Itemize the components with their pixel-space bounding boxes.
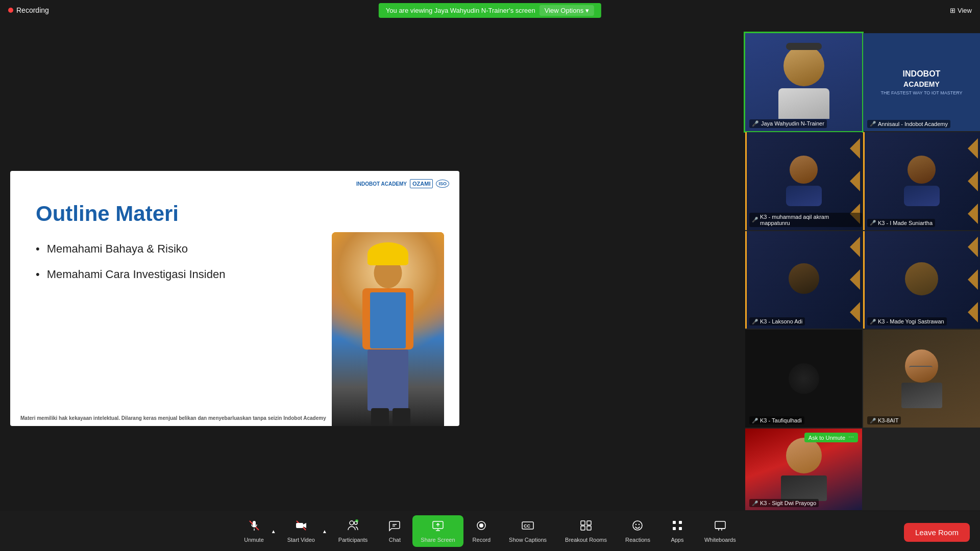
participant-label-sigit: 🎤 K3 - Sigit Dwi Prayogo [749,499,819,507]
participant-grid: 🎤 Jaya Wahyudin N-Trainer INDOBOT ACADEM… [745,33,980,510]
svg-rect-26 [673,527,676,530]
chat-button[interactable]: Chat [377,515,412,547]
record-label: Record [473,537,491,543]
svg-rect-20 [587,526,591,530]
chat-label: Chat [389,537,401,543]
participant-tile-made: 🎤 K3 - I Made Suniartha [863,132,980,230]
breakout-rooms-button[interactable]: Breakout Rooms [556,515,616,547]
participant-label-made-s: 🎤 K3 - I Made Suniartha [867,219,935,227]
participant-name-annisaul: Annisaul - Indobot Academy [878,121,948,127]
participant-tile-8ait: 🎤 K3-8AIT [863,330,980,428]
share-screen-button[interactable]: Share Screen [412,515,463,547]
participant-tile-laksono: 🎤 K3 - Laksono Adi [745,231,862,329]
reactions-button[interactable]: Reactions [616,515,659,547]
slide-bullet-1: Memahami Bahaya & Risiko [36,242,225,256]
participant-name-taufiq: K3 - Taufiqulhadi [760,417,802,423]
svg-text:+: + [356,520,358,523]
participant-label-laksono: 🎤 K3 - Laksono Adi [749,317,805,325]
svg-point-4 [350,521,354,525]
participant-name-8ait: K3-8AIT [878,417,898,423]
reactions-label: Reactions [625,537,650,543]
record-button[interactable]: Record [463,515,500,547]
main-content-area: INDOBOT ACADEMY OZAMI ISO Outline Materi… [0,0,470,510]
tile-chevrons-laksono [821,231,862,329]
ozami-logo: OZAMI [410,179,433,188]
participant-name-yogi: K3 - Made Yogi Sastrawan [878,318,944,324]
start-video-label: Start Video [287,537,315,543]
unmute-label: Unmute [244,537,264,543]
participant-tile-taufiq: 🎤 K3 - Taufiqulhadi [745,330,862,428]
svg-rect-3 [296,523,303,528]
view-text: View [958,7,972,14]
svg-point-23 [639,524,640,525]
show-captions-icon: CC [521,519,534,535]
unmute-chevron[interactable]: ▲ [269,524,278,538]
svg-point-14 [479,523,483,528]
show-captions-button[interactable]: CC Show Captions [500,515,556,547]
participant-name-made-s: K3 - I Made Suniartha [878,220,933,226]
recording-label: Recording [16,6,49,14]
participant-tile-aqil: 🎤 K3 - muhammad aqil akram mappatunru [745,132,862,230]
participant-label-aqil: 🎤 K3 - muhammad aqil akram mappatunru [749,213,862,227]
presentation-slide: INDOBOT ACADEMY OZAMI ISO Outline Materi… [10,171,459,426]
ask-to-unmute-badge[interactable]: Ask to Unmute ⋯ [804,433,858,442]
start-video-button[interactable]: Start Video [278,515,324,547]
more-options-icon[interactable]: ⋯ [848,434,854,441]
recording-badge: Recording [8,6,49,14]
leave-room-label: Leave Room [915,528,959,537]
participant-tile-sigit: Ask to Unmute ⋯ 🎤 K3 - Sigit Dwi Prayogo [745,429,862,510]
apps-button[interactable]: Apps [659,515,695,547]
worker-figure [332,232,444,426]
slide-footer: Materi memiliki hak kekayaan intelektual… [20,415,326,421]
participant-name-laksono: K3 - Laksono Adi [760,318,802,324]
svg-rect-25 [679,521,682,524]
participant-tile-yogi: 🎤 K3 - Made Yogi Sastrawan [863,231,980,329]
indobot-logo: INDOBOT ACADEMY [356,181,407,187]
participant-label-annisaul: 🎤 Annisaul - Indobot Academy [867,120,950,128]
participant-tile-jaya: 🎤 Jaya Wahyudin N-Trainer [745,33,862,131]
unmute-button[interactable]: Unmute [235,515,273,547]
iso-logo: ISO [436,180,449,188]
svg-rect-28 [715,521,725,529]
participants-button[interactable]: + Participants [329,515,377,547]
slide-logos: INDOBOT ACADEMY OZAMI ISO [356,179,449,188]
reactions-icon [631,519,644,535]
view-label-top-right: ⊞ View [950,7,972,14]
slide-footer-text: Materi memiliki hak kekayaan intelektual… [20,415,283,421]
whiteboards-button[interactable]: Whiteboards [695,515,745,547]
participants-icon: + [347,519,359,535]
svg-rect-17 [581,521,585,525]
slide-bullet-2: Memahami Cara Investigasi Insiden [36,268,225,281]
video-chevron[interactable]: ▲ [320,524,329,538]
participants-label: Participants [338,537,368,543]
tile-chevrons-yogi [939,231,980,329]
share-screen-icon [432,519,444,535]
svg-rect-27 [679,527,682,530]
ask-unmute-label: Ask to Unmute [808,435,845,441]
start-video-group: Start Video ▲ [278,515,329,547]
participant-name-jaya: Jaya Wahyudin N-Trainer [761,120,824,127]
apps-icon [671,519,683,535]
apps-label: Apps [671,537,683,543]
whiteboards-icon [714,519,726,535]
toolbar: Unmute ▲ Start Video ▲ [0,511,980,551]
svg-point-21 [633,521,642,530]
participant-tile-annisaul: INDOBOT ACADEMY THE FASTEST WAY TO IOT M… [863,33,980,131]
svg-text:CC: CC [524,523,530,529]
slide-title: Outline Materi [36,202,179,226]
worker-image [332,232,444,426]
participant-name-aqil: K3 - muhammad aqil akram mappatunru [760,214,860,226]
recording-dot [8,8,13,13]
participant-label-8ait: 🎤 K3-8AIT [867,416,901,424]
breakout-rooms-icon [580,519,592,535]
start-video-icon [295,519,307,535]
record-icon [475,519,487,535]
participant-label-jaya: 🎤 Jaya Wahyudin N-Trainer [749,119,827,128]
svg-rect-19 [581,526,585,530]
tile-chevrons-made [939,132,980,230]
breakout-rooms-label: Breakout Rooms [565,537,607,543]
participant-label-taufiq: 🎤 K3 - Taufiqulhadi [749,416,804,424]
slide-footer-brand: Indobot Academy [283,415,326,421]
unmute-icon [248,519,260,535]
leave-room-button[interactable]: Leave Room [904,523,970,542]
